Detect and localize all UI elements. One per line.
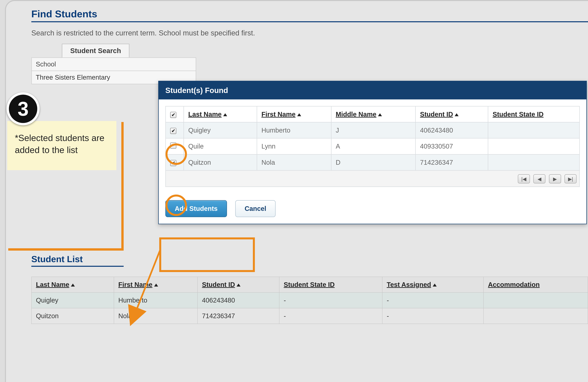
cell-id: 714236347 (416, 154, 488, 170)
table-header-row: Last Name First Name Student ID Student … (31, 277, 588, 293)
pager-first-button[interactable]: |◀ (518, 174, 530, 184)
table-row: Quigley Humberto 406243480 - - (31, 293, 588, 308)
cell-first: Humberto (114, 293, 197, 308)
student-list-table: Last Name First Name Student ID Student … (31, 277, 588, 324)
page: Find Students Search is restricted to th… (0, 0, 588, 382)
col-last-name[interactable]: Last Name (31, 277, 114, 293)
col-select-all[interactable]: ✔ (166, 106, 184, 122)
row-checkbox[interactable]: ✔ (170, 160, 176, 166)
cancel-button[interactable]: Cancel (235, 200, 276, 217)
students-found-dialog: Student(s) Found ✔ Last Name First Name … (158, 81, 587, 224)
checkbox-select-all[interactable]: ✔ (170, 112, 176, 118)
sort-asc-icon (71, 284, 75, 287)
cell-state-id (488, 138, 580, 154)
cell-last: Quigley (31, 293, 114, 308)
cell-middle: D (331, 154, 416, 170)
col-test-assigned[interactable]: Test Assigned (382, 277, 484, 293)
cell-middle: A (331, 138, 416, 154)
cell-id: 406243480 (197, 293, 279, 308)
dialog-body: ✔ Last Name First Name Middle Name Stude… (159, 99, 586, 193)
cell-id: 409330507 (416, 138, 488, 154)
sort-asc-icon (154, 284, 158, 287)
find-students-title: Find Students (31, 8, 588, 22)
add-students-button[interactable]: Add Students (165, 200, 227, 217)
col-student-state-id[interactable]: Student State ID (488, 106, 580, 122)
pager-next-button[interactable]: ▶ (549, 174, 561, 184)
col-student-state-id[interactable]: Student State ID (279, 277, 382, 293)
dialog-title: Student(s) Found (159, 81, 586, 99)
table-row: ✔ Quigley Humberto J 406243480 (166, 122, 580, 138)
row-checkbox[interactable] (170, 142, 176, 149)
content: Find Students Search is restricted to th… (31, 0, 588, 84)
cell-middle: J (331, 122, 416, 138)
table-row: ✔ Quitzon Nola D 714236347 (166, 154, 580, 170)
dialog-buttons: Add Students Cancel (159, 193, 586, 224)
sort-asc-icon (378, 113, 382, 116)
callout-text: *Selected students are added to the list (15, 133, 104, 155)
cell-last: Quigley (184, 122, 257, 138)
cell-last: Quitzon (31, 308, 114, 324)
pager-prev-button[interactable]: ◀ (533, 174, 546, 184)
row-checkbox[interactable]: ✔ (170, 128, 176, 134)
tab-student-search[interactable]: Student Search (62, 44, 129, 57)
sort-asc-icon (433, 284, 437, 287)
cell-first: Lynn (257, 138, 331, 154)
check-icon: ✔ (171, 161, 175, 165)
sort-asc-icon (236, 284, 240, 287)
cell-test: - (382, 293, 484, 308)
school-value: Three Sisters Elementary (32, 71, 114, 84)
cell-id: 714236347 (197, 308, 279, 324)
col-first-name[interactable]: First Name (114, 277, 197, 293)
cell-test: - (382, 308, 484, 324)
col-student-id[interactable]: Student ID (197, 277, 279, 293)
cell-first: Nola (114, 308, 197, 324)
tabs: Student Search (62, 44, 588, 57)
pager: |◀ ◀ ▶ ▶| (165, 171, 580, 187)
school-row: School (31, 57, 196, 71)
cell-state-id: - (279, 308, 382, 324)
sort-asc-icon (223, 113, 227, 116)
cell-id: 406243480 (416, 122, 488, 138)
check-icon: ✔ (171, 113, 175, 117)
cell-accom (483, 308, 588, 324)
cell-accom (483, 293, 588, 308)
col-student-id[interactable]: Student ID (416, 106, 488, 122)
sort-asc-icon (455, 113, 459, 116)
cell-last: Quile (184, 138, 257, 154)
col-first-name[interactable]: First Name (257, 106, 331, 122)
cell-first: Nola (257, 154, 331, 170)
found-students-table: ✔ Last Name First Name Middle Name Stude… (165, 106, 580, 171)
help-text: Search is restricted to the current term… (31, 29, 588, 37)
student-list-section: Student List Last Name First Name Studen… (31, 254, 588, 324)
col-accommodation[interactable]: Accommodation (483, 277, 588, 293)
student-list-title: Student List (31, 254, 124, 267)
cell-state-id (488, 122, 580, 138)
col-middle-name[interactable]: Middle Name (331, 106, 416, 122)
cell-state-id: - (279, 293, 382, 308)
table-row: Quile Lynn A 409330507 (166, 138, 580, 154)
cell-state-id (488, 154, 580, 170)
cell-first: Humberto (257, 122, 331, 138)
col-last-name[interactable]: Last Name (184, 106, 257, 122)
sort-asc-icon (297, 113, 301, 116)
table-header-row: ✔ Last Name First Name Middle Name Stude… (166, 106, 580, 122)
school-label: School (32, 58, 60, 71)
check-icon: ✔ (171, 128, 175, 133)
pager-last-button[interactable]: ▶| (565, 174, 577, 184)
step-badge: 3 (7, 92, 40, 125)
table-row: Quitzon Nola 714236347 - - (31, 308, 588, 324)
cell-last: Quitzon (184, 154, 257, 170)
callout: *Selected students are added to the list (8, 122, 115, 169)
